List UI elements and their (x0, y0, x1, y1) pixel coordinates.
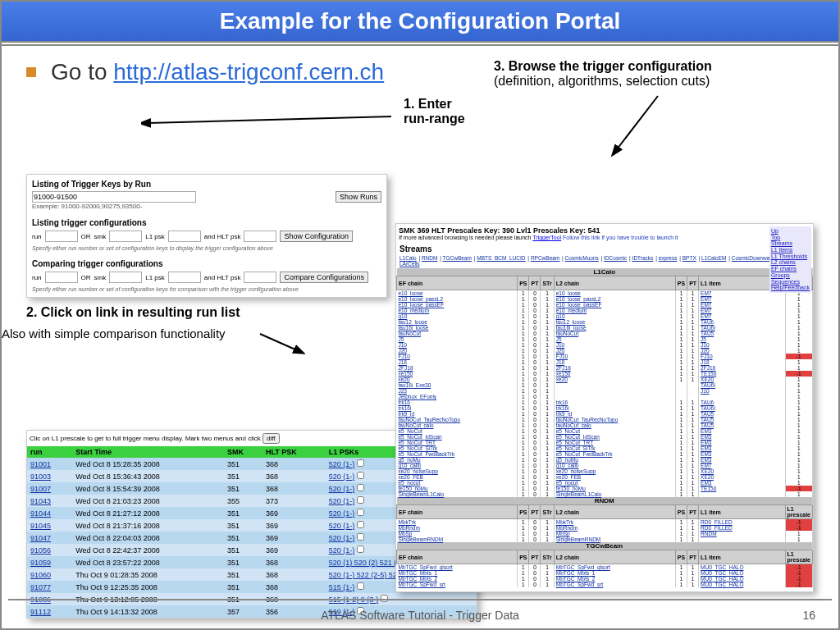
chain-link[interactable]: e10_medium (397, 308, 518, 313)
chain-link[interactable]: e5_NoCut_FwdBackTrk (554, 451, 675, 457)
chain-link[interactable]: MbRndm (554, 525, 675, 531)
side-link[interactable]: Sequences (771, 279, 810, 285)
chain-link[interactable]: MU0_TGC_HALO (699, 570, 786, 576)
chain-link[interactable]: MbTGC_Mbts_2 (554, 576, 675, 582)
chain-link[interactable]: tauNoCut_calo (397, 422, 518, 428)
chain-link[interactable] (699, 394, 786, 399)
chain-link[interactable]: tau12_loose (554, 319, 675, 325)
chain-link[interactable] (554, 382, 675, 388)
stream-link[interactable]: RPCwBeam (531, 255, 559, 261)
triggertool-link[interactable]: TriggerTool (532, 235, 561, 240)
hltpsk-input-2[interactable] (244, 272, 276, 283)
chain-link[interactable]: J18 (554, 359, 675, 365)
chain-link[interactable]: g10 (397, 313, 518, 319)
chain-link[interactable]: J23 (397, 388, 518, 394)
run-link[interactable]: 520 (1-) (329, 472, 355, 481)
run-checkbox[interactable] (357, 546, 364, 553)
run-link[interactable]: 91056 (30, 546, 51, 555)
run-link[interactable]: 520 (1-) 522 (2-5) 520 (329, 571, 401, 579)
run-input[interactable] (45, 231, 78, 242)
chain-link[interactable]: e5_NoCut (397, 428, 518, 434)
chain-link[interactable]: TAU5 (699, 422, 786, 428)
chain-link[interactable]: e5_NoCut_FwdBackTrk (397, 451, 518, 457)
chain-link[interactable]: tauNoCut_TauRecNoTopo (554, 417, 675, 422)
side-link[interactable]: Top (771, 235, 810, 241)
run-link[interactable]: 91003 (30, 472, 51, 481)
chain-link[interactable]: xe20_FEB (554, 474, 675, 480)
chain-link[interactable]: EM7 (699, 313, 786, 319)
show-runs-button[interactable]: Show Runs (336, 191, 381, 203)
chain-link[interactable]: EM3 (699, 428, 786, 434)
chain-link[interactable]: J5 (554, 336, 675, 342)
chain-link[interactable]: J10 (397, 342, 518, 348)
run-link[interactable]: 91060 (30, 571, 51, 579)
chain-link[interactable]: trk9_id (397, 411, 518, 417)
chain-link[interactable]: trk9_id (554, 411, 675, 417)
chain-link[interactable]: e5_NoCut_IdScan (554, 434, 675, 440)
chain-link[interactable]: xe150 (554, 371, 675, 377)
run-link[interactable]: 520 (1-) (329, 522, 355, 530)
run-checkbox[interactable] (357, 582, 364, 590)
run-link[interactable]: 520 (1-) (329, 485, 355, 493)
chain-link[interactable]: EM7 (699, 463, 786, 468)
chain-link[interactable]: e10_loose_passL2 (397, 296, 518, 302)
chain-link[interactable] (554, 388, 675, 394)
chain-link[interactable]: tau16i_loose (397, 325, 518, 331)
chain-link[interactable]: tauNoCut (397, 331, 518, 336)
chain-link[interactable]: tauNoCut_TauRecNoTopo (397, 417, 518, 422)
chain-link[interactable]: g10_calib (554, 463, 675, 468)
chain-link[interactable]: MbTGC_SpFwd_gisort (554, 564, 675, 571)
chain-link[interactable]: TAU5 (699, 331, 786, 336)
stream-link[interactable]: TGCwBeam (443, 255, 472, 261)
smk-input-2[interactable] (109, 272, 142, 283)
run-checkbox[interactable] (357, 484, 364, 491)
chain-link[interactable]: MbTGC_Mbts_1 (397, 570, 518, 576)
run-link[interactable]: 520 (1-) (329, 497, 355, 505)
run-link[interactable]: 91044 (30, 509, 51, 518)
run-link[interactable]: 91059 (30, 559, 51, 567)
chain-link[interactable]: J20 (554, 348, 675, 354)
chain-link[interactable]: MU0_TGC_HALO (699, 582, 786, 587)
chain-link[interactable]: J10 (554, 342, 675, 348)
chain-link[interactable]: te150_noMu (397, 486, 518, 491)
stream-link[interactable]: IDTracks (632, 255, 654, 261)
chain-link[interactable]: e10_loose (554, 290, 675, 297)
chain-link[interactable]: e5_NoCut_SiTrk (397, 445, 518, 451)
chain-link[interactable]: EM3 (699, 451, 786, 457)
chain-link[interactable]: 2FJ18 (554, 365, 675, 371)
chain-link[interactable]: trk16 (554, 399, 675, 405)
run-link[interactable]: 91047 (30, 534, 51, 542)
run-link[interactable]: 91007 (30, 485, 51, 493)
chain-link[interactable]: J18 (699, 359, 786, 365)
chain-link[interactable]: e5_NoCut (554, 428, 675, 434)
chain-link[interactable]: tauNoCut_calo (554, 422, 675, 428)
chain-link[interactable]: EM3 (699, 434, 786, 440)
compare-config-button[interactable]: Compare Configurations (280, 272, 368, 283)
run-link[interactable]: 520 (1-) (329, 546, 355, 555)
chain-link[interactable]: EM3 (699, 480, 786, 486)
smk-input[interactable] (109, 231, 142, 242)
chain-link[interactable]: 2FJ18 (699, 365, 786, 371)
l1psk-input-2[interactable] (168, 272, 201, 283)
chain-link[interactable]: xe150 (397, 371, 518, 377)
chain-link[interactable]: J18 (397, 359, 518, 365)
chain-link[interactable]: RD0_FILLED (699, 525, 786, 531)
chain-link[interactable]: TAU5 (699, 417, 786, 422)
chain-link[interactable]: MbTGC_Mbts_2 (397, 576, 518, 582)
stream-link[interactable]: BPTX (682, 255, 696, 261)
chain-link[interactable]: J20 (699, 348, 786, 354)
l1psk-input[interactable] (168, 231, 201, 242)
side-link[interactable]: Help/Feedback (771, 285, 810, 291)
chain-link[interactable]: XE20 (699, 474, 786, 480)
run-link[interactable]: 91001 (30, 460, 51, 468)
chain-link[interactable]: e5_nocut (397, 480, 518, 486)
chain-link[interactable]: g5_noMu (554, 457, 675, 463)
chain-link[interactable] (554, 394, 675, 399)
chain-link[interactable]: MU0_TGC_HALO (699, 564, 786, 571)
stream-link[interactable]: L1CaloEM (701, 255, 726, 261)
chain-link[interactable]: MbTGC_SpFwd_srt (554, 582, 675, 587)
chain-link[interactable]: trk16i (554, 405, 675, 411)
chain-link[interactable]: TAU6I (699, 405, 786, 411)
chain-link[interactable]: TAU6 (699, 399, 786, 405)
chain-link[interactable]: Jetphox_EFonly (397, 394, 518, 399)
